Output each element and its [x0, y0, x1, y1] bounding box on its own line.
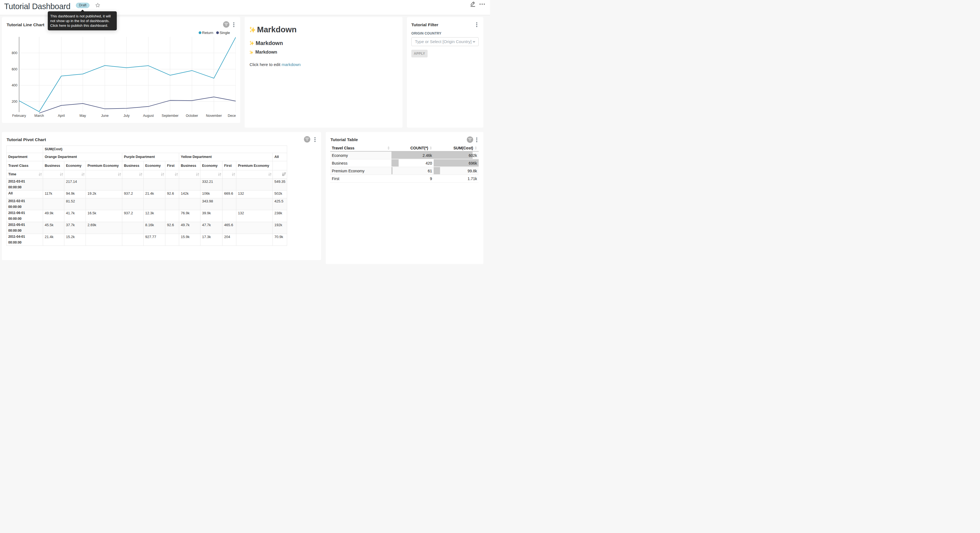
svg-text:600: 600 — [11, 67, 18, 71]
svg-text:November: November — [206, 114, 222, 118]
svg-text:August: August — [143, 114, 154, 118]
svg-text:October: October — [186, 114, 198, 118]
svg-text:400: 400 — [11, 83, 18, 87]
svg-text:800: 800 — [11, 51, 18, 55]
svg-text:July: July — [123, 114, 130, 118]
svg-text:September: September — [162, 114, 178, 118]
svg-text:February: February — [12, 114, 26, 118]
svg-text:December: December — [228, 114, 236, 118]
svg-text:Return: Return — [202, 31, 213, 35]
svg-text:April: April — [58, 114, 65, 118]
svg-text:200: 200 — [11, 100, 18, 104]
svg-text:June: June — [101, 114, 108, 118]
svg-text:Single: Single — [220, 31, 230, 35]
svg-text:March: March — [35, 114, 44, 118]
svg-text:May: May — [80, 114, 86, 118]
